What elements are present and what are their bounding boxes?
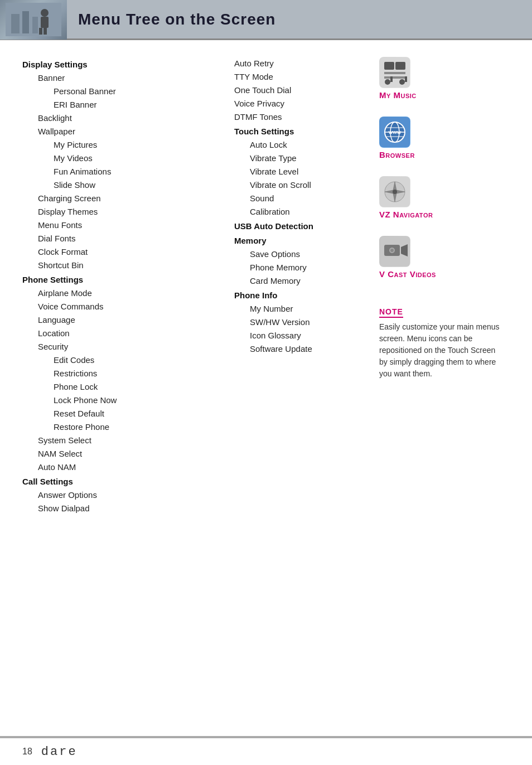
list-item: Fun Animations [22, 165, 234, 178]
svg-rect-1 [11, 14, 20, 33]
svg-rect-6 [39, 28, 42, 35]
list-item: My Number [234, 302, 368, 316]
list-item: Show Dialpad [22, 502, 234, 515]
list-item: Vibrate on Scroll [234, 178, 368, 192]
section-phone-info: Phone Info [234, 289, 368, 302]
svg-text:WWW: WWW [389, 130, 402, 135]
v-cast-videos-label: V Cast Videos [379, 269, 436, 279]
list-item: SW/HW Version [234, 316, 368, 329]
list-item: Icon Glossary [234, 329, 368, 342]
page-footer: 18 dare [0, 737, 532, 765]
list-item: Restrictions [22, 367, 234, 380]
svg-rect-3 [32, 17, 38, 33]
svg-rect-15 [390, 76, 393, 82]
svg-point-27 [393, 190, 397, 194]
list-item: One Touch Dial [234, 84, 368, 97]
list-item: Auto Retry [234, 57, 368, 70]
list-item: Vibrate Type [234, 152, 368, 165]
app-v-cast-videos: V Cast Videos [379, 236, 436, 279]
list-item: Save Options [234, 248, 368, 261]
list-item: Auto NAM [22, 461, 234, 474]
note-text: Easily customize your main menus screen.… [379, 321, 502, 380]
list-item: NAM Select [22, 447, 234, 461]
list-item: My Videos [22, 152, 234, 165]
list-item: Voice Commands [22, 300, 234, 313]
svg-point-14 [399, 79, 405, 85]
list-item: Airplane Mode [22, 287, 234, 300]
list-item: Edit Codes [22, 354, 234, 367]
browser-icon: WWW [379, 117, 410, 148]
section-display-settings: Display Settings [22, 58, 234, 71]
list-item: Calibration [234, 205, 368, 219]
section-call-settings: Call Settings [22, 475, 234, 488]
list-item: Shortcut Bin [22, 259, 234, 272]
content-area: Display Settings Banner Personal Banner … [0, 40, 532, 526]
section-usb: USB Auto Detection [234, 220, 368, 233]
list-item: Backlight [22, 112, 234, 125]
list-item: Menu Fonts [22, 219, 234, 232]
list-item: Dial Fonts [22, 232, 234, 245]
list-item: Display Themes [22, 205, 234, 219]
svg-rect-12 [384, 76, 405, 79]
app-vz-navigator: VZ Navigator [379, 176, 433, 219]
v-cast-videos-icon [379, 236, 410, 267]
page-header: Menu Tree on the Screen [0, 0, 532, 40]
list-item: DTMF Tones [234, 110, 368, 124]
browser-label: Browser [379, 150, 415, 159]
list-item: Location [22, 327, 234, 340]
note-title: NOTE [379, 307, 403, 318]
svg-rect-16 [405, 76, 407, 82]
list-item: Restore Phone [22, 420, 234, 434]
note-box: NOTE Easily customize your main menus sc… [379, 307, 502, 380]
svg-rect-9 [384, 62, 394, 70]
list-item: Clock Format [22, 245, 234, 259]
section-memory: Memory [234, 234, 368, 248]
section-touch-settings: Touch Settings [234, 125, 368, 138]
app-my-music: My Music [379, 57, 417, 100]
list-item: Banner [22, 71, 234, 85]
list-item: ERI Banner [22, 98, 234, 112]
list-item: Slide Show [22, 178, 234, 192]
list-item: Auto Lock [234, 138, 368, 152]
list-item: TTY Mode [234, 70, 368, 84]
svg-rect-10 [395, 62, 405, 70]
list-item: Charging Screen [22, 192, 234, 205]
header-image [0, 0, 67, 40]
list-item: Voice Privacy [234, 97, 368, 110]
svg-point-4 [41, 9, 49, 17]
list-item: Language [22, 313, 234, 327]
list-item: Phone Memory [234, 261, 368, 274]
my-music-icon [379, 57, 410, 88]
svg-rect-5 [41, 17, 49, 28]
page-title: Menu Tree on the Screen [67, 11, 275, 28]
list-item: System Select [22, 434, 234, 447]
list-item: Sound [234, 192, 368, 205]
svg-point-32 [390, 249, 394, 252]
svg-rect-7 [43, 28, 47, 35]
apps-column: My Music WWW Browser [368, 57, 515, 515]
list-item: Wallpaper [22, 125, 234, 138]
list-item: Personal Banner [22, 85, 234, 98]
vz-navigator-label: VZ Navigator [379, 210, 433, 219]
page-number: 18 [22, 747, 32, 757]
menu-tree-left: Display Settings Banner Personal Banner … [22, 57, 234, 515]
app-browser: WWW Browser [379, 117, 415, 159]
list-item: Software Update [234, 342, 368, 356]
list-item: Phone Lock [22, 380, 234, 394]
list-item: Security [22, 340, 234, 354]
list-item: Vibrate Level [234, 165, 368, 178]
list-item: Reset Default [22, 407, 234, 420]
list-item: Lock Phone Now [22, 394, 234, 407]
svg-rect-11 [384, 72, 405, 74]
svg-point-13 [385, 79, 390, 85]
list-item: Card Memory [234, 274, 368, 288]
menu-tree-middle: Auto Retry TTY Mode One Touch Dial Voice… [234, 57, 368, 515]
brand-logo: dare [41, 745, 78, 759]
vz-navigator-icon [379, 176, 410, 207]
section-phone-settings: Phone Settings [22, 273, 234, 287]
list-item: My Pictures [22, 138, 234, 152]
list-item: Answer Options [22, 488, 234, 502]
svg-rect-2 [22, 11, 29, 33]
my-music-label: My Music [379, 90, 417, 100]
